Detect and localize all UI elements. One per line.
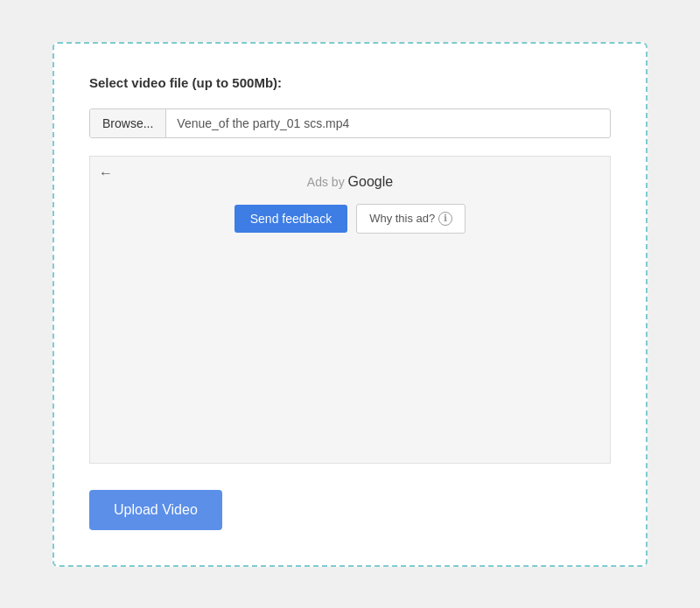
ads-actions: Send feedback Why this ad? ℹ bbox=[104, 204, 596, 234]
why-this-ad-button[interactable]: Why this ad? ℹ bbox=[356, 204, 466, 234]
ad-container: ← Ads by Google Send feedback Why this a… bbox=[89, 156, 611, 464]
ads-by-google: Ads by Google bbox=[104, 174, 596, 190]
file-section-label: Select video file (up to 500Mb): bbox=[89, 75, 611, 91]
google-label: Google bbox=[348, 174, 394, 189]
file-name-display: Venue_of the party_01 scs.mp4 bbox=[166, 109, 610, 137]
info-icon: ℹ bbox=[438, 212, 452, 226]
send-feedback-button[interactable]: Send feedback bbox=[234, 205, 347, 233]
main-container: Select video file (up to 500Mb): Browse.… bbox=[52, 42, 648, 567]
upload-video-button[interactable]: Upload Video bbox=[89, 490, 222, 530]
ads-by-label: Ads by bbox=[307, 175, 348, 189]
file-input-row: Browse... Venue_of the party_01 scs.mp4 bbox=[89, 108, 611, 138]
why-this-ad-label: Why this ad? bbox=[369, 212, 435, 225]
label-bold-text: (up to 500Mb): bbox=[192, 75, 283, 90]
browse-button[interactable]: Browse... bbox=[90, 109, 166, 137]
label-text: Select video file bbox=[89, 75, 192, 90]
back-arrow-icon[interactable]: ← bbox=[99, 165, 113, 181]
